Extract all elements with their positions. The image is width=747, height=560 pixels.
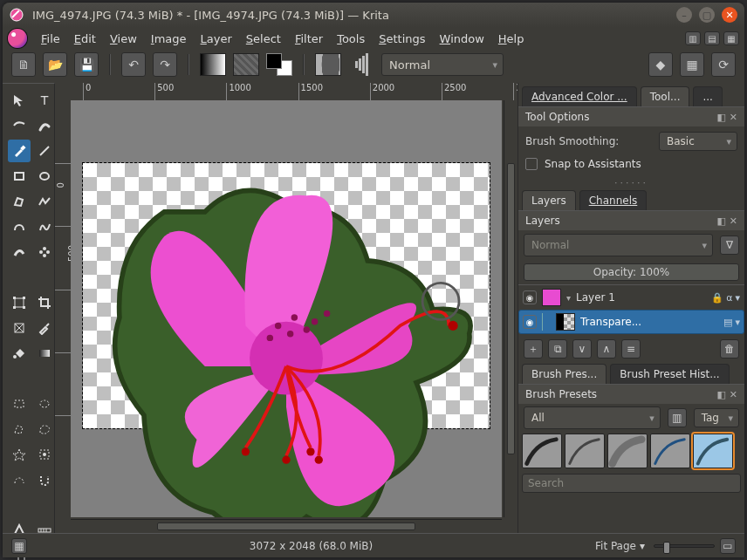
layer-name[interactable]: Transpare... xyxy=(580,316,718,328)
layer-properties-button[interactable]: ≡ xyxy=(621,339,641,359)
save-file-button[interactable]: 💾 xyxy=(74,52,99,77)
edit-shapes-tool[interactable] xyxy=(8,114,31,137)
smart-patch-tool[interactable] xyxy=(8,317,31,339)
workspace-a-icon[interactable]: ▥ xyxy=(685,31,701,45)
menu-window[interactable]: Window xyxy=(435,31,490,47)
layer-row[interactable]: ◉ ▾ Layer 1 🔒α▾ xyxy=(518,285,744,310)
gradient-chooser[interactable] xyxy=(200,53,226,76)
delete-layer-button[interactable]: 🗑 xyxy=(720,339,739,359)
canvas-page[interactable] xyxy=(83,163,490,428)
bezier-select-tool[interactable] xyxy=(8,468,31,491)
freehand-brush-tool[interactable] xyxy=(8,140,31,162)
layer-row[interactable]: ◉ Transpare... ▤▾ xyxy=(518,310,744,334)
move-layer-up-button[interactable]: ∧ xyxy=(597,339,616,359)
float-icon[interactable]: ◧ xyxy=(716,389,725,400)
close-icon[interactable]: ✕ xyxy=(730,112,737,123)
menu-icon[interactable]: ▾ xyxy=(735,292,740,304)
crop-tool[interactable] xyxy=(33,291,56,314)
fg-bg-color-swatch[interactable] xyxy=(266,53,292,76)
menu-filter[interactable]: Filter xyxy=(290,31,328,47)
menu-file[interactable]: File xyxy=(36,31,65,47)
zoom-fit-button[interactable]: ▭ xyxy=(720,538,736,554)
ellipse-select-tool[interactable] xyxy=(33,393,56,415)
chevron-down-icon[interactable]: ▾ xyxy=(636,540,648,552)
float-icon[interactable]: ◧ xyxy=(716,215,725,227)
eraser-mode-button[interactable]: ◆ xyxy=(648,52,673,77)
tab-channels[interactable]: Channels xyxy=(579,190,648,210)
close-icon[interactable]: ✕ xyxy=(730,389,737,400)
eye-icon[interactable]: ◉ xyxy=(523,315,537,329)
menu-select[interactable]: Select xyxy=(241,31,286,47)
tab-overflow[interactable]: ... xyxy=(693,86,722,106)
color-picker-tool[interactable] xyxy=(33,317,56,339)
fill-tool[interactable] xyxy=(8,342,31,365)
layer-name[interactable]: Layer 1 xyxy=(576,291,706,304)
tab-brush-presets[interactable]: Brush Pres... xyxy=(522,364,607,384)
preset-search-input[interactable]: Search xyxy=(522,474,741,493)
gradient-tool[interactable] xyxy=(33,342,56,365)
tab-layers[interactable]: Layers xyxy=(522,190,576,210)
polygon-tool[interactable] xyxy=(8,190,31,213)
dyna-brush-tool[interactable] xyxy=(8,241,31,263)
close-icon[interactable]: ✕ xyxy=(730,215,737,227)
polyline-tool[interactable] xyxy=(33,190,56,213)
contiguous-select-tool[interactable] xyxy=(8,443,31,466)
menu-edit[interactable]: Edit xyxy=(69,31,101,47)
calligraphy-tool[interactable] xyxy=(33,114,56,137)
transform-tool[interactable] xyxy=(8,291,31,314)
workspace-c-icon[interactable]: ▦ xyxy=(723,31,739,45)
magnetic-select-tool[interactable] xyxy=(33,468,56,491)
new-file-button[interactable]: 🗎 xyxy=(11,52,36,77)
brush-preset-chooser[interactable] xyxy=(315,53,341,76)
menu-view[interactable]: View xyxy=(105,31,142,47)
canvas-viewport[interactable] xyxy=(71,100,502,517)
preset-item[interactable] xyxy=(693,434,733,468)
alpha-icon[interactable]: α xyxy=(726,292,732,304)
blend-mode-select[interactable]: Normal xyxy=(381,53,504,76)
rectangle-tool[interactable] xyxy=(8,165,31,188)
selection-mode-button[interactable]: ▦ xyxy=(11,538,27,554)
freehand-path-tool[interactable] xyxy=(33,215,56,238)
fit-page-label[interactable]: Fit Page xyxy=(595,540,636,552)
menu-icon[interactable]: ▾ xyxy=(735,317,740,328)
undo-button[interactable]: ↶ xyxy=(121,52,146,77)
move-tool[interactable] xyxy=(8,89,31,112)
poly-select-tool[interactable] xyxy=(8,418,31,440)
filter-layers-button[interactable]: ∇ xyxy=(720,236,739,255)
lock-icon[interactable]: 🔒 xyxy=(711,292,723,304)
mask-icon[interactable]: ▤ xyxy=(723,317,732,328)
zoom-slider[interactable] xyxy=(654,544,715,548)
bezier-tool[interactable] xyxy=(8,215,31,238)
window-minimize-button[interactable]: – xyxy=(676,7,692,23)
snap-assistants-checkbox[interactable] xyxy=(525,158,538,170)
add-layer-button[interactable]: ＋ xyxy=(524,339,543,359)
float-icon[interactable]: ◧ xyxy=(716,112,725,123)
preset-item[interactable] xyxy=(565,434,605,468)
menu-image[interactable]: Image xyxy=(146,31,192,47)
brush-size-chooser[interactable] xyxy=(348,53,374,76)
vertical-ruler[interactable]: 0500100015002000 xyxy=(55,100,71,517)
menu-tools[interactable]: Tools xyxy=(332,31,370,47)
preset-filter-select[interactable]: All xyxy=(524,406,661,429)
rect-select-tool[interactable] xyxy=(8,393,31,415)
text-tool[interactable]: T xyxy=(33,89,56,112)
alpha-lock-button[interactable]: ▦ xyxy=(680,52,704,77)
tab-brush-history[interactable]: Brush Preset Hist... xyxy=(610,364,729,384)
preset-item[interactable] xyxy=(522,434,562,468)
layer-blend-select[interactable]: Normal xyxy=(524,234,713,256)
tab-advanced-color[interactable]: Advanced Color ... xyxy=(522,86,637,106)
duplicate-layer-button[interactable]: ⧉ xyxy=(548,339,567,359)
preset-item[interactable] xyxy=(607,434,648,468)
krita-logo-icon[interactable] xyxy=(8,29,27,48)
reload-button[interactable]: ⟳ xyxy=(711,52,736,77)
brush-smoothing-select[interactable]: Basic xyxy=(659,132,737,151)
layer-opacity-slider[interactable]: Opacity: 100% xyxy=(524,263,739,281)
line-tool[interactable] xyxy=(33,140,56,162)
scrollbar-horizontal[interactable] xyxy=(71,519,502,533)
redo-button[interactable]: ↷ xyxy=(153,52,177,77)
preset-view-button[interactable]: ▥ xyxy=(668,408,687,427)
horizontal-ruler[interactable]: 050010001500200025003000 xyxy=(71,83,502,100)
menu-layer[interactable]: Layer xyxy=(195,31,237,47)
tab-tool-options[interactable]: Tool... xyxy=(641,86,690,106)
menu-settings[interactable]: Settings xyxy=(374,31,430,47)
